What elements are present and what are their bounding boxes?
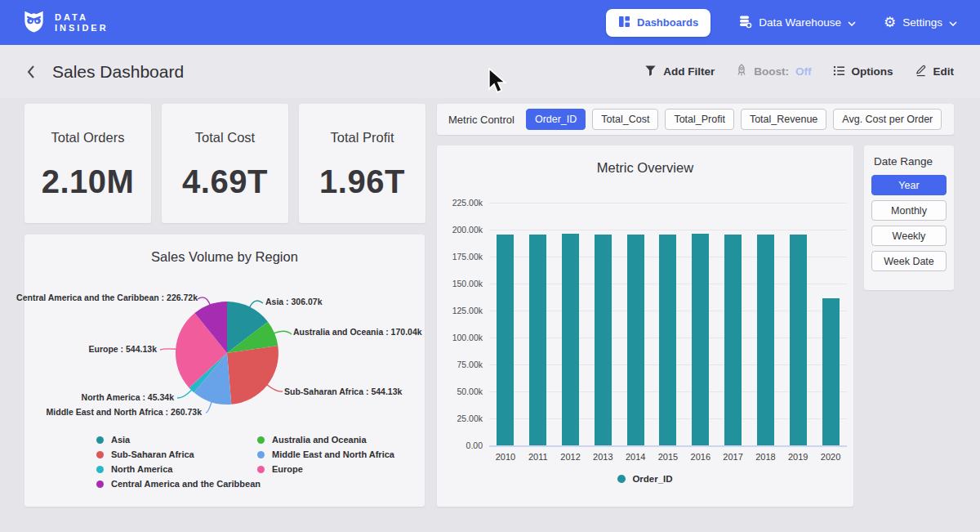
kpi-value: 2.10M [42, 163, 135, 200]
date-range-weekly-button[interactable]: Weekly [871, 226, 947, 246]
pencil-icon [915, 64, 927, 79]
boost-status: Off [795, 65, 812, 78]
pie-label-australia: Australia and Oceania : 170.04k [293, 327, 422, 337]
metric-chip-total-revenue[interactable]: Total_Revenue [741, 109, 826, 130]
pie-slice[interactable] [227, 346, 278, 405]
legend-dot [257, 466, 265, 473]
bar[interactable] [497, 235, 514, 445]
dashboards-button[interactable]: Dashboards [606, 9, 710, 37]
pie-legend-column-1: Asia Sub-Saharan Africa North America Ce… [96, 435, 261, 489]
bar[interactable] [529, 235, 546, 445]
x-tick-label: 2020 [814, 452, 847, 462]
bar-legend-label: Order_ID [632, 474, 672, 484]
chevron-down-icon [848, 16, 856, 29]
y-tick-label: 100.00k [452, 333, 483, 342]
metric-control-bar: Metric Control Order_ID Total_Cost Total… [437, 104, 954, 135]
legend-item-europe: Europe [257, 464, 394, 474]
bar[interactable] [790, 235, 807, 445]
bar[interactable] [822, 298, 840, 445]
bar[interactable] [692, 234, 709, 445]
legend-item-sub-saharan: Sub-Saharan Africa [96, 449, 261, 459]
legend-item-australia: Australia and Oceania [257, 435, 394, 445]
legend-dot [257, 451, 265, 458]
metric-chip-total-profit[interactable]: Total_Profit [665, 109, 734, 130]
edit-button[interactable]: Edit [915, 64, 955, 79]
data-warehouse-menu[interactable]: Data Warehouse [738, 15, 856, 31]
brand-logo[interactable]: DATA INSIDER [23, 9, 109, 36]
bar[interactable] [595, 235, 612, 445]
settings-label: Settings [902, 16, 942, 29]
date-range-label: Date Range [874, 155, 947, 168]
add-filter-button[interactable]: Add Filter [644, 65, 715, 79]
bar-chart-card: Metric Overview 225.00k200.00k175.00k150… [437, 145, 853, 507]
legend-dot [96, 466, 104, 473]
legend-item-north-america: North America [96, 464, 261, 474]
pie-leader-line [249, 301, 263, 307]
bar[interactable] [724, 235, 742, 445]
settings-menu[interactable]: ⚙ Settings [884, 16, 957, 29]
x-tick-label: 2013 [586, 452, 619, 462]
list-options-icon [833, 65, 845, 79]
metric-chip-order-id[interactable]: Order_ID [526, 109, 586, 130]
date-range-week-date-button[interactable]: Week Date [871, 251, 947, 271]
bar-plot-area [489, 203, 847, 445]
legend-dot [96, 451, 104, 458]
metric-chip-avg-cost[interactable]: Avg. Cost per Order [833, 109, 942, 130]
brand-name: DATA INSIDER [55, 12, 109, 34]
y-tick-label: 125.00k [452, 306, 483, 315]
pie-label-asia: Asia : 306.07k [265, 297, 322, 306]
bar[interactable] [627, 235, 644, 445]
x-tick-label: 2010 [489, 452, 522, 462]
brand-line-1: DATA [55, 12, 109, 23]
y-tick-label: 25.00k [457, 414, 483, 423]
bar[interactable] [659, 235, 676, 445]
rocket-icon [736, 64, 747, 79]
bar-legend: Order_ID [437, 474, 853, 484]
back-button[interactable] [26, 65, 36, 79]
pie-label-middle-east: Middle East and North Africa : 260.73k [47, 407, 202, 417]
pie-leader-line [177, 390, 192, 398]
brand-line-2: INSIDER [55, 23, 109, 34]
bar[interactable] [757, 235, 774, 445]
pie-leader-line [267, 385, 283, 392]
date-range-monthly-button[interactable]: Monthly [871, 200, 947, 221]
owl-logo-icon [23, 9, 45, 36]
header-actions: Add Filter Boost: Off [644, 64, 954, 79]
pie-leader-line [160, 349, 176, 350]
date-range-year-button[interactable]: Year [871, 175, 947, 195]
y-tick-label: 0.00 [466, 440, 483, 450]
kpi-value: 4.69T [182, 163, 268, 200]
boost-toggle[interactable]: Boost: Off [736, 64, 811, 79]
pie-legend-column-2: Australia and Oceania Middle East and No… [257, 435, 394, 474]
legend-dot [96, 436, 104, 444]
kpi-label: Total Profit [331, 130, 394, 145]
legend-dot [617, 475, 626, 483]
chevron-down-icon [949, 16, 957, 29]
pie-leader-line [274, 331, 292, 334]
pie-label-europe: Europe : 544.13k [89, 344, 157, 354]
pie-chart-area: Sales Volume by Region Central America a… [24, 235, 425, 507]
bar-chart-title: Metric Overview [437, 145, 853, 176]
kpi-card-total-cost: Total Cost 4.69T [162, 104, 288, 223]
options-button[interactable]: Options [833, 65, 893, 79]
bar-x-axis: 2010201120122013201420152016201720182019… [489, 452, 847, 462]
data-warehouse-label: Data Warehouse [759, 16, 841, 29]
x-tick-label: 2011 [522, 452, 555, 462]
y-tick-label: 75.00k [457, 360, 483, 369]
bar-series [489, 203, 847, 445]
x-tick-label: 2016 [684, 452, 717, 462]
kpi-label: Total Cost [195, 130, 255, 145]
x-tick-label: 2019 [782, 452, 814, 462]
gear-icon: ⚙ [884, 16, 896, 29]
bar[interactable] [562, 234, 579, 445]
x-tick-label: 2017 [717, 452, 750, 462]
metric-chip-total-cost[interactable]: Total_Cost [592, 109, 658, 130]
y-tick-label: 175.00k [452, 252, 483, 262]
top-navbar: DATA INSIDER Dashboards [0, 0, 980, 45]
pie-label-north-america: North America : 45.34k [82, 392, 174, 402]
filter-funnel-icon [644, 65, 657, 79]
app-screen: DATA INSIDER Dashboards [0, 0, 980, 532]
y-tick-label: 225.00k [452, 198, 483, 208]
dashboard-grid-icon [618, 16, 630, 30]
legend-dot [257, 436, 265, 444]
